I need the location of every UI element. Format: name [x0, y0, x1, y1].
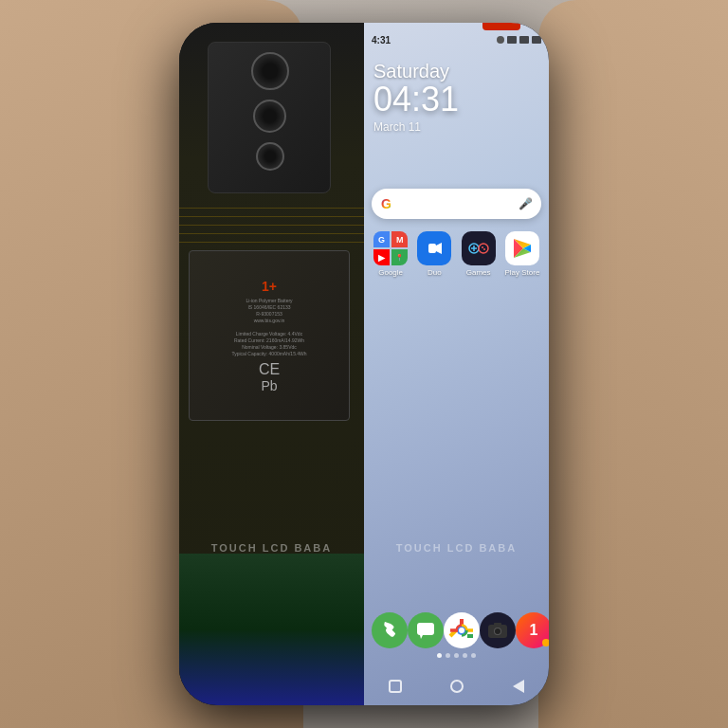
app-label-games: Games — [466, 268, 491, 277]
app-label-duo: Duo — [428, 268, 442, 277]
signal-icon — [507, 36, 517, 44]
phone: 1+ Li-ion Polymer Battery IS 16046/IEC 6… — [179, 23, 549, 705]
battery: 1+ Li-ion Polymer Battery IS 16046/IEC 6… — [189, 250, 350, 421]
camera-icon — [480, 612, 516, 648]
dot-4 — [463, 653, 467, 658]
app-item-duo[interactable]: Duo — [415, 231, 453, 277]
svg-point-9 — [483, 248, 485, 250]
svg-rect-23 — [494, 623, 501, 627]
app-item-google[interactable]: G M ▶ 📍 Google — [372, 231, 410, 277]
battery-text: Li-ion Polymer Battery IS 16046/IEC 6213… — [231, 298, 306, 357]
duo-icon — [417, 231, 451, 265]
app-label-google: Google — [378, 268, 403, 277]
date-label: March 11 — [373, 120, 459, 134]
circuit-lines — [179, 203, 364, 250]
watermark: TOUCH LCD BABA TOUCH LCD BABA — [179, 542, 549, 554]
google-g-icon: G — [373, 231, 390, 247]
svg-point-8 — [482, 246, 483, 248]
dock: 1 — [372, 612, 541, 648]
playstore-icon — [505, 231, 539, 265]
nav-recents-button[interactable] — [386, 677, 405, 696]
google-gmail-icon: M — [391, 231, 408, 247]
dock-camera[interactable] — [480, 612, 516, 648]
hand-right — [538, 0, 728, 728]
svg-marker-15 — [420, 635, 423, 639]
pb-mark: Pb — [261, 378, 277, 393]
dot-1 — [437, 653, 442, 658]
google-logo: G — [381, 196, 391, 211]
camera-module — [208, 42, 331, 193]
phone-screen: 4:31 Saturday 04:31 March 11 G 🎤 G — [364, 23, 549, 705]
dock-phone[interactable] — [372, 612, 408, 648]
watermark-text-right: TOUCH LCD BABA — [396, 542, 517, 554]
wifi-icon — [519, 36, 529, 44]
oneplus-logo: 1+ — [262, 279, 277, 294]
dock-chrome[interactable] — [444, 612, 480, 648]
home-icon — [450, 680, 464, 693]
app-item-games[interactable]: Games — [460, 231, 498, 277]
dots-indicator — [364, 653, 549, 658]
games-icon — [462, 231, 496, 265]
app-label-playstore: Play Store — [504, 268, 539, 277]
phone-icon — [372, 612, 408, 648]
dot-2 — [446, 653, 450, 658]
ce-mark: CE — [259, 361, 280, 378]
svg-point-22 — [495, 628, 500, 634]
clock-display: 04:31 — [373, 82, 459, 117]
chrome-icon — [444, 612, 480, 648]
dot-3 — [454, 653, 459, 658]
google-maps-icon: 📍 — [391, 249, 408, 265]
phone-top-accent — [482, 23, 520, 30]
battery-icon — [532, 36, 541, 44]
camera-lens-2 — [253, 100, 286, 133]
dock-oneplus[interactable]: 1 — [516, 612, 549, 648]
mic-icon[interactable]: 🎤 — [519, 197, 532, 210]
dock-messages[interactable] — [408, 612, 444, 648]
back-icon — [513, 680, 524, 693]
google-icon: G M ▶ 📍 — [373, 231, 408, 265]
app-item-playstore[interactable]: Play Store — [503, 231, 541, 277]
app-grid: G M ▶ 📍 Google Duo — [372, 231, 541, 277]
camera-lens-3 — [256, 142, 284, 171]
status-time: 4:31 — [372, 35, 391, 46]
google-youtube-icon: ▶ — [373, 249, 390, 265]
svg-rect-1 — [428, 244, 436, 253]
messages-icon — [408, 612, 444, 648]
search-bar[interactable]: G 🎤 — [372, 189, 541, 219]
phone-internals: 1+ Li-ion Polymer Battery IS 16046/IEC 6… — [179, 23, 364, 705]
time-display: Saturday 04:31 March 11 — [373, 61, 459, 134]
status-bar: 4:31 — [364, 30, 549, 49]
camera-lens-1 — [251, 52, 289, 90]
recents-icon — [389, 680, 402, 693]
dot-5 — [471, 653, 476, 658]
notification-dot — [542, 639, 549, 646]
nav-bar — [364, 677, 549, 696]
oneplus-dot-icon: 1 — [516, 612, 549, 648]
settings-icon — [497, 36, 504, 44]
bottom-pcb — [179, 554, 364, 705]
nav-back-button[interactable] — [509, 677, 528, 696]
status-icons — [497, 36, 541, 44]
watermark-text-left: TOUCH LCD BABA — [211, 542, 332, 554]
svg-point-19 — [459, 628, 464, 633]
svg-rect-14 — [417, 623, 434, 635]
nav-home-button[interactable] — [447, 677, 466, 696]
